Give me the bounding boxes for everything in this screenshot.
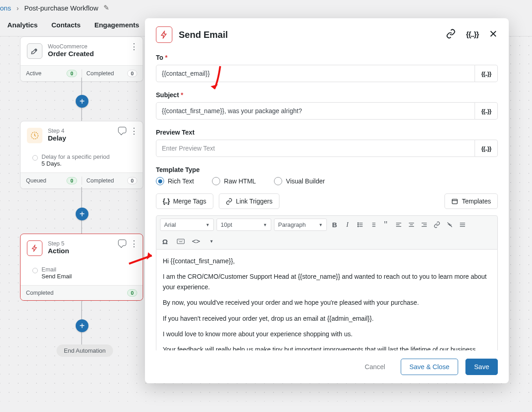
breadcrumb: ons › Post-purchase Workflow ✎ (0, 0, 532, 16)
svg-point-0 (35, 50, 36, 51)
menu-icon[interactable]: ⋮ (130, 127, 138, 135)
close-icon[interactable] (489, 29, 498, 40)
breadcrumb-prev[interactable]: ons (0, 4, 11, 12)
italic-icon[interactable]: I (342, 220, 352, 230)
menu-icon[interactable]: ⋮ (130, 240, 138, 248)
node-delay[interactable]: Step 4 Delay ⋮ Delay for a specific peri… (20, 121, 143, 189)
comment-icon[interactable] (118, 127, 126, 133)
merge-tags-button[interactable]: {{..}} (475, 102, 498, 120)
comment-icon[interactable] (118, 240, 126, 246)
code-icon[interactable]: <> (191, 236, 201, 246)
breadcrumb-current: Post-purchase Workflow (24, 4, 98, 12)
save-close-button[interactable]: Save & Close (401, 359, 458, 375)
paragraph-select[interactable]: Paragraph▼ (274, 219, 327, 231)
merge-tags-button[interactable]: {{..}} (475, 65, 498, 82)
templates-button[interactable]: Templates (444, 193, 498, 209)
node-action[interactable]: Step 5 Action ⋮ Email Send Email Complet… (20, 234, 143, 301)
svg-point-4 (357, 224, 358, 225)
subject-label: Subject * (156, 91, 498, 99)
node-title: Order Created (48, 50, 94, 57)
number-list-icon[interactable] (368, 220, 378, 230)
preview-input[interactable] (156, 140, 475, 157)
cancel-button[interactable]: Cancel (356, 359, 393, 375)
preview-label: Preview Text (156, 129, 498, 136)
bolt-icon (156, 26, 172, 43)
add-step-button[interactable]: + (76, 208, 88, 220)
chevron-right-icon: › (16, 4, 19, 12)
merge-tags-button[interactable]: {..}Merge Tags (156, 193, 213, 209)
send-email-modal: Send Email {{..}} To * {{..}} Subject * … (145, 18, 509, 383)
end-automation: End Automation (57, 344, 113, 357)
radio-raw-html[interactable]: Raw HTML (212, 177, 256, 185)
modal-title: Send Email (179, 30, 228, 40)
radio-rich-text[interactable]: Rich Text (156, 177, 194, 185)
unlink-icon[interactable] (444, 220, 455, 230)
tab-engagements[interactable]: Engagements (94, 21, 139, 29)
link-triggers-button[interactable]: Link Triggers (219, 193, 279, 209)
chevron-down-icon[interactable]: ▼ (207, 236, 217, 246)
omega-icon[interactable]: Ω (160, 236, 170, 246)
email-body-editor[interactable]: Hi {{contact_first_name}}, I am the CRO/… (156, 249, 498, 350)
quote-icon[interactable]: " (381, 220, 391, 230)
svg-point-3 (357, 223, 358, 224)
align-right-icon[interactable] (419, 220, 429, 230)
bold-icon[interactable]: B (330, 220, 340, 230)
add-step-button[interactable]: + (76, 319, 88, 332)
add-step-button[interactable]: + (76, 95, 88, 108)
font-select[interactable]: Arial▼ (160, 219, 214, 231)
bullet-list-icon[interactable] (355, 220, 365, 230)
pencil-icon[interactable]: ✎ (103, 4, 109, 12)
clock-icon (27, 128, 42, 143)
node-trigger[interactable]: WooCommerce Order Created ⋮ Active0 Comp… (20, 37, 143, 82)
merge-tags-icon[interactable]: {{..}} (466, 31, 479, 39)
size-select[interactable]: 10pt▼ (217, 219, 271, 231)
link-icon[interactable] (432, 220, 442, 230)
menu-icon[interactable]: ⋮ (130, 42, 138, 51)
save-button[interactable]: Save (465, 359, 498, 375)
editor-toolbar: Arial▼ 10pt▼ Paragraph▼ B I " Ω <> ▼ (156, 215, 498, 249)
template-type-label: Template Type (156, 166, 498, 173)
svg-rect-2 (452, 199, 457, 203)
node-label: WooCommerce (48, 43, 94, 50)
bolt-icon (27, 240, 42, 256)
rocket-icon (27, 43, 42, 59)
tab-contacts[interactable]: Contacts (52, 21, 81, 29)
keyboard-icon[interactable] (176, 236, 186, 246)
to-label: To * (156, 54, 498, 61)
to-input[interactable] (156, 65, 475, 82)
merge-tags-button[interactable]: {{..}} (475, 140, 498, 157)
tab-analytics[interactable]: Analytics (7, 21, 38, 29)
link-icon[interactable] (446, 29, 456, 41)
svg-rect-6 (177, 239, 184, 244)
svg-point-5 (357, 226, 358, 227)
subject-input[interactable] (156, 102, 475, 120)
radio-visual[interactable]: Visual Builder (274, 177, 325, 185)
align-left-icon[interactable] (393, 220, 403, 230)
more-icon[interactable] (457, 220, 467, 230)
align-center-icon[interactable] (406, 220, 416, 230)
